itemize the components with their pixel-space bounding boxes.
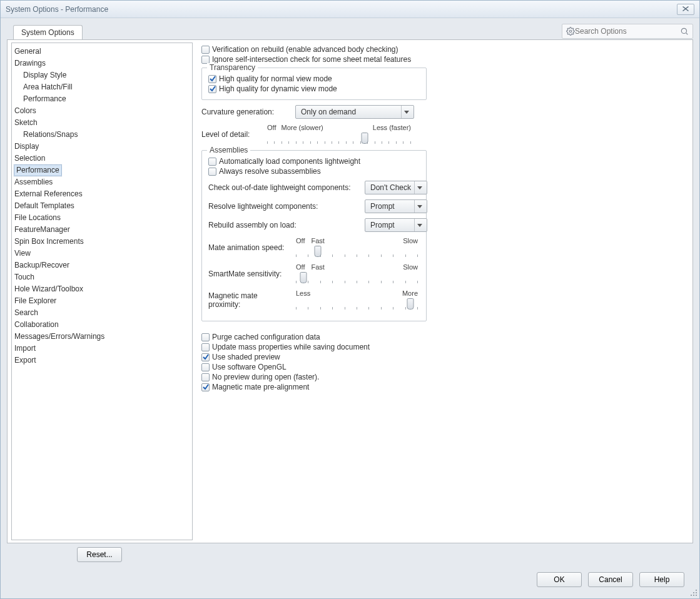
sidebar-item-default-templates[interactable]: Default Templates	[12, 200, 192, 212]
check-hq-dynamic[interactable]: High quality for dynamic view mode	[208, 84, 420, 93]
checkbox[interactable]	[201, 383, 210, 391]
checkbox[interactable]	[208, 75, 216, 83]
dropdown-value: Prompt	[370, 202, 395, 211]
sidebar-item-assemblies[interactable]: Assemblies	[12, 176, 192, 188]
check-always-resolve[interactable]: Always resolve subassemblies	[208, 167, 420, 176]
check-verification[interactable]: Verification on rebuild (enable advanced…	[201, 45, 685, 54]
slider-smartmate[interactable]: Off Fast Slow	[296, 263, 418, 284]
sidebar-item-view[interactable]: View	[12, 248, 192, 259]
checkbox[interactable]	[201, 56, 210, 64]
titlebar: System Options - Performance	[1, 1, 699, 18]
resize-grip-icon[interactable]	[689, 588, 698, 597]
check-hq-normal[interactable]: High quality for normal view mode	[208, 74, 420, 83]
dropdown-rebuild-load[interactable]: Prompt	[365, 218, 427, 232]
check-software-gl[interactable]: Use software OpenGL	[201, 363, 685, 371]
sidebar-item-touch[interactable]: Touch	[12, 271, 192, 283]
slider-label: More	[402, 289, 418, 297]
sidebar-item-import[interactable]: Import	[12, 343, 192, 355]
slider-mate-anim[interactable]: Off Fast Slow	[296, 237, 418, 258]
checkbox[interactable]	[208, 168, 216, 176]
sidebar-item-external-references[interactable]: External References	[12, 188, 192, 200]
dropdown-resolve-lw[interactable]: Prompt	[365, 199, 427, 213]
check-purge[interactable]: Purge cached configuration data	[201, 333, 685, 341]
check-auto-lightweight[interactable]: Automatically load components lightweigh…	[208, 157, 420, 166]
slider-track[interactable]	[267, 133, 411, 145]
tab-label: System Options	[21, 28, 74, 37]
slider-label: Slow	[403, 237, 418, 244]
sidebar-item-display-style[interactable]: Display Style	[12, 69, 192, 81]
sidebar-item-general[interactable]: General	[12, 46, 192, 58]
slider-thumb[interactable]	[362, 133, 368, 144]
checkbox[interactable]	[201, 353, 210, 361]
close-button[interactable]	[677, 4, 694, 15]
sidebar-item-messages-errors-warnings[interactable]: Messages/Errors/Warnings	[12, 331, 192, 343]
sidebar-item-collaboration[interactable]: Collaboration	[12, 319, 192, 331]
checkbox-label: No preview during open (faster).	[212, 373, 319, 381]
check-ignore-self-intersect[interactable]: Ignore self-intersection check for some …	[201, 55, 685, 64]
ok-button[interactable]: OK	[537, 572, 582, 587]
check-no-preview[interactable]: No preview during open (faster).	[201, 373, 685, 381]
slider-lod[interactable]: Off More (slower) Less (faster)	[267, 124, 411, 145]
sidebar-item-hole-wizard-toolbox[interactable]: Hole Wizard/Toolbox	[12, 283, 192, 295]
slider-track[interactable]	[296, 272, 418, 284]
checkbox[interactable]	[201, 46, 210, 54]
svg-line-2	[686, 33, 688, 35]
sidebar-item-performance[interactable]: Performance	[12, 93, 192, 105]
sidebar-item-featuremanager[interactable]: FeatureManager	[12, 224, 192, 236]
sidebar-item-display[interactable]: Display	[12, 141, 192, 153]
tab-system-options[interactable]: System Options	[13, 25, 83, 40]
label: Mate animation speed:	[208, 243, 290, 252]
slider-track[interactable]	[296, 298, 418, 311]
sidebar-item-colors[interactable]: Colors	[12, 105, 192, 117]
help-button[interactable]: Help	[639, 572, 684, 587]
checkbox-label: High quality for normal view mode	[219, 74, 332, 83]
checkbox[interactable]	[208, 158, 216, 166]
check-shaded-preview[interactable]: Use shaded preview	[201, 353, 685, 361]
label: Level of detail:	[201, 130, 261, 139]
dropdown-check-ood[interactable]: Don't Check	[365, 181, 427, 194]
slider-thumb[interactable]	[407, 298, 414, 310]
dropdown-value: Prompt	[370, 221, 395, 229]
tab-wrap: System Options	[13, 23, 83, 39]
checkbox[interactable]	[201, 333, 210, 341]
sidebar-item-performance[interactable]: Performance	[14, 164, 62, 176]
sidebar-item-area-hatch-fill[interactable]: Area Hatch/Fill	[12, 81, 192, 93]
window-root: System Options - Performance System Opti…	[0, 0, 700, 599]
checkbox[interactable]	[208, 85, 216, 93]
search-icon[interactable]	[680, 27, 689, 36]
sidebar-item-drawings[interactable]: Drawings	[12, 58, 192, 69]
sidebar-item-file-explorer[interactable]: File Explorer	[12, 295, 192, 307]
sidebar-item-spin-box-increments[interactable]: Spin Box Increments	[12, 236, 192, 248]
cancel-button[interactable]: Cancel	[588, 572, 633, 587]
sidebar-item-search[interactable]: Search	[12, 307, 192, 319]
sidebar-item-selection[interactable]: Selection	[12, 153, 192, 164]
checkbox-label: Purge cached configuration data	[212, 333, 320, 341]
check-magnetic-pre[interactable]: Magnetic mate pre-alignment	[201, 383, 685, 391]
slider-thumb[interactable]	[300, 272, 307, 283]
sidebar-item-relations-snaps[interactable]: Relations/Snaps	[12, 129, 192, 141]
slider-magnetic-prox[interactable]: Less More	[296, 289, 418, 311]
checkbox[interactable]	[201, 373, 210, 381]
search-box[interactable]	[562, 24, 693, 39]
slider-track[interactable]	[296, 246, 418, 258]
sidebar-item-sketch[interactable]: Sketch	[12, 117, 192, 129]
sidebar-item-export[interactable]: Export	[12, 355, 192, 366]
label: Curvature generation:	[201, 108, 289, 116]
checkbox-label: Verification on rebuild (enable advanced…	[212, 45, 398, 54]
check-update-mass[interactable]: Update mass properties while saving docu…	[201, 343, 685, 351]
chevron-down-icon	[414, 181, 424, 194]
checkbox-label: Use software OpenGL	[212, 363, 287, 371]
dropdown-curvature[interactable]: Only on demand	[295, 105, 414, 119]
checkbox-label: Update mass properties while saving docu…	[212, 343, 370, 351]
chevron-down-icon	[414, 219, 424, 231]
slider-thumb[interactable]	[315, 246, 322, 257]
chevron-down-icon	[414, 200, 424, 213]
search-input[interactable]	[575, 27, 680, 36]
checkbox[interactable]	[201, 343, 210, 351]
sidebar-item-backup-recover[interactable]: Backup/Recover	[12, 259, 192, 271]
sidebar-item-file-locations[interactable]: File Locations	[12, 212, 192, 224]
svg-rect-4	[693, 592, 694, 593]
reset-button[interactable]: Reset...	[77, 547, 122, 562]
svg-point-0	[569, 30, 572, 33]
checkbox[interactable]	[201, 363, 210, 371]
